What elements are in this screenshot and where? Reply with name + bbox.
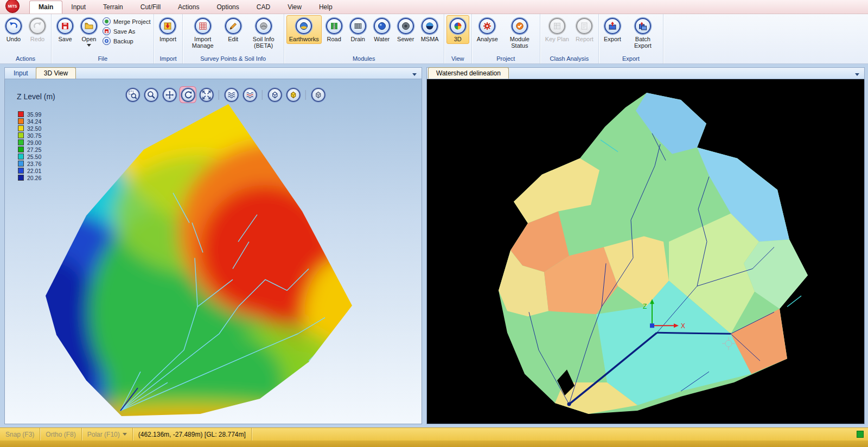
msma-icon xyxy=(422,18,438,34)
msma-button[interactable]: MSMA xyxy=(418,15,442,44)
export-icon xyxy=(604,18,621,34)
legend-row: 32.50 xyxy=(18,125,41,132)
volume-button[interactable] xyxy=(310,87,326,103)
export-button[interactable]: Export xyxy=(601,15,624,44)
workspace: Input 3D View Z Level (m) 35.99 34.24 32… xyxy=(0,64,868,427)
snap-toggle[interactable]: Snap (F3) xyxy=(0,428,40,440)
module-status-button[interactable]: Module Status xyxy=(502,15,538,50)
analyse-label: Analyse xyxy=(477,36,498,42)
group-caption-export: Export xyxy=(601,55,661,63)
surface-solid-button[interactable] xyxy=(285,87,301,103)
edit-button[interactable]: Edit xyxy=(222,15,245,44)
module-status-label: Module Status xyxy=(505,36,535,49)
open-button[interactable]: Open xyxy=(78,15,100,48)
legend-value: 32.50 xyxy=(27,125,41,132)
analyse-button[interactable]: Analyse xyxy=(474,15,501,44)
status-bar: Snap (F3) Ortho (F8) Polar (F10) (462.13… xyxy=(0,427,868,440)
earthworks-button[interactable]: Earthworks xyxy=(286,15,322,44)
legend-value: 23.76 xyxy=(27,161,41,167)
legend-value: 30.75 xyxy=(27,132,41,139)
redo-label: Redo xyxy=(30,36,44,42)
backup-button[interactable]: Backup xyxy=(103,37,150,45)
legend-value: 25.50 xyxy=(27,154,41,160)
redo-button[interactable]: Redo xyxy=(26,15,49,44)
report-icon xyxy=(576,18,592,34)
orbit-button[interactable] xyxy=(180,87,196,103)
coordinates-text: (462.136m, -27.489m) [GL: 28.774m] xyxy=(138,431,246,438)
app-logo-icon[interactable]: MiTS xyxy=(5,0,20,13)
group-caption-view: View xyxy=(446,55,469,63)
merge-project-label: Merge Project xyxy=(113,18,150,25)
snap-label: Snap (F3) xyxy=(5,431,34,438)
contour-smooth-button[interactable] xyxy=(224,87,239,103)
left-panel-menu-button[interactable] xyxy=(411,71,418,78)
legend-row: 27.25 xyxy=(18,146,41,153)
undo-icon xyxy=(5,18,22,34)
soil-info-button[interactable]: Soil Info (BETA) xyxy=(246,15,282,50)
ribbon-group-clash: Key Plan Report Clash Analysis xyxy=(540,14,599,63)
drain-button[interactable]: Drain xyxy=(347,15,369,44)
save-button[interactable]: Save xyxy=(54,15,76,44)
zoom-window-icon xyxy=(125,88,139,102)
save-as-button[interactable]: Save As xyxy=(103,27,150,35)
menu-tab-main[interactable]: Main xyxy=(29,1,62,14)
legend-value: 34.24 xyxy=(27,118,41,125)
menu-tab-input[interactable]: Input xyxy=(62,1,94,14)
legend-swatch xyxy=(18,161,24,167)
group-caption-modules: Modules xyxy=(286,55,442,63)
pan-button[interactable] xyxy=(162,87,177,103)
legend-value: 29.00 xyxy=(27,139,41,146)
zoom-window-button[interactable] xyxy=(125,87,141,103)
watershed-viewport[interactable]: X Z xyxy=(427,79,864,424)
menu-tab-terrain[interactable]: Terrain xyxy=(94,1,132,14)
menu-tab-cad[interactable]: CAD xyxy=(248,1,279,14)
water-button[interactable]: Water xyxy=(371,15,393,44)
right-panel-menu-button[interactable] xyxy=(853,71,861,78)
ribbon-group-file: Save Open Merge Project Save As xyxy=(52,14,154,63)
merge-project-button[interactable]: Merge Project xyxy=(103,17,150,25)
menu-tab-view[interactable]: View xyxy=(279,1,310,14)
contour-smooth-icon xyxy=(224,88,238,102)
key-plan-button[interactable]: Key Plan xyxy=(542,15,572,44)
import-manage-button[interactable]: Import Manage xyxy=(185,15,221,50)
road-button[interactable]: Road xyxy=(323,15,346,44)
save-as-label: Save As xyxy=(113,28,135,35)
contour-lines-button[interactable] xyxy=(242,87,258,103)
ribbon-group-survey: Import Manage Edit Soil Info (BETA) Surv… xyxy=(183,14,284,63)
menu-tab-actions[interactable]: Actions xyxy=(169,1,208,14)
z-level-legend-title: Z Level (m) xyxy=(17,92,55,101)
tab-3d-view[interactable]: 3D View xyxy=(36,67,76,79)
zoom-extents-button[interactable] xyxy=(199,87,214,103)
polar-toggle[interactable]: Polar (F10) xyxy=(82,428,132,440)
contour-lines-icon xyxy=(242,88,257,102)
menu-tab-options[interactable]: Options xyxy=(208,1,247,14)
axis-z-label: Z xyxy=(643,303,647,310)
surface-wire-button[interactable] xyxy=(267,87,283,103)
z-level-legend: 35.99 34.24 32.50 30.75 29.00 27.25 25.5… xyxy=(18,111,41,181)
water-label: Water xyxy=(374,36,390,42)
batch-export-button[interactable]: Batch Export xyxy=(625,15,661,50)
sewer-button[interactable]: Sewer xyxy=(394,15,417,44)
open-dropdown-caret[interactable] xyxy=(87,44,91,47)
ortho-toggle[interactable]: Ortho (F8) xyxy=(40,428,81,440)
menu-tab-help[interactable]: Help xyxy=(310,1,341,14)
view-3d-button[interactable]: 3D xyxy=(446,15,469,44)
terrain-3d-viewport[interactable] xyxy=(5,79,422,424)
legend-row: 20.26 xyxy=(18,174,41,181)
legend-swatch xyxy=(18,175,24,181)
legend-swatch xyxy=(18,154,24,159)
menu-tab-cutfill[interactable]: Cut/Fill xyxy=(132,1,169,14)
import-button[interactable]: Import xyxy=(156,15,179,44)
polar-dropdown-caret[interactable] xyxy=(123,433,127,436)
app-logo-text: MiTS xyxy=(8,4,17,8)
toolbar-separator xyxy=(219,90,219,100)
tab-input[interactable]: Input xyxy=(6,68,36,79)
undo-button[interactable]: Undo xyxy=(2,15,25,44)
group-caption-survey: Survey Points & Soil Info xyxy=(185,55,282,63)
group-caption-actions: Actions xyxy=(2,55,49,63)
report-button[interactable]: Report xyxy=(573,15,596,44)
toolbar-separator xyxy=(262,90,263,100)
tab-watershed-delineation[interactable]: Watershed delineation xyxy=(428,67,509,79)
analyse-gear-icon xyxy=(479,18,495,34)
zoom-button[interactable] xyxy=(143,87,159,103)
